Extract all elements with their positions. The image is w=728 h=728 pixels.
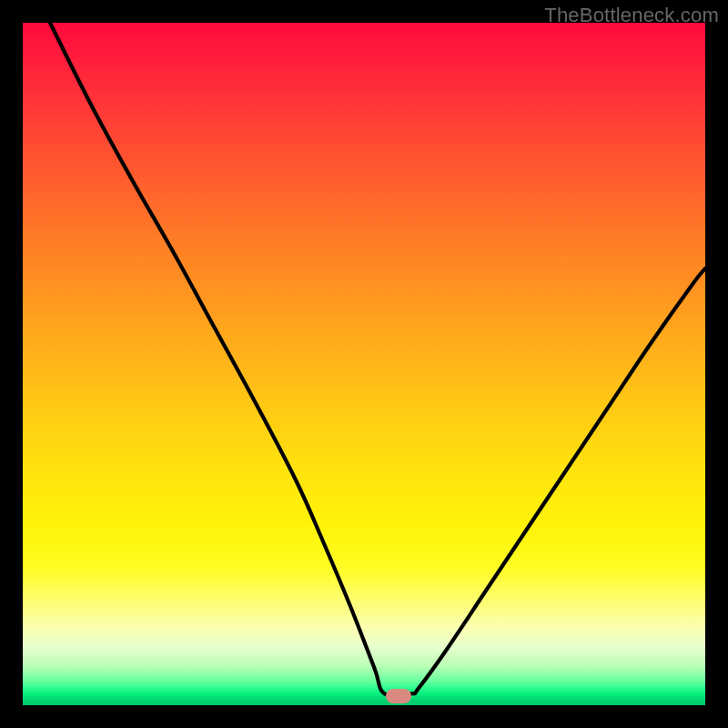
chart-plot-area [23,23,705,705]
bottleneck-curve [23,23,705,705]
optimum-marker [386,689,411,703]
attribution-text: TheBottleneck.com [544,4,719,27]
chart-frame: TheBottleneck.com [0,0,728,728]
